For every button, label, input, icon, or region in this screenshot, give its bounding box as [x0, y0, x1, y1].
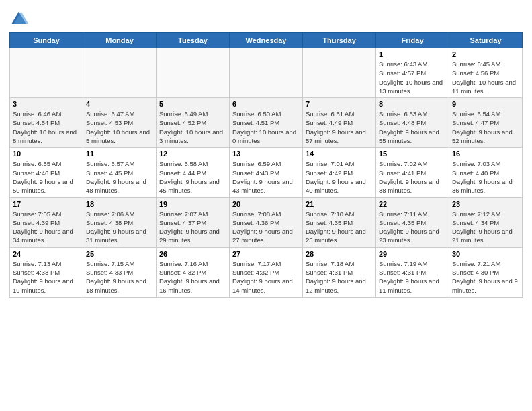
week-row-1: 1Sunrise: 6:43 AM Sunset: 4:57 PM Daylig…: [10, 48, 523, 98]
day-info: Sunrise: 7:07 AM Sunset: 4:37 PM Dayligh…: [159, 210, 226, 245]
week-row-3: 10Sunrise: 6:55 AM Sunset: 4:46 PM Dayli…: [10, 148, 523, 197]
day-cell: [10, 48, 83, 98]
day-cell: 30Sunrise: 7:21 AM Sunset: 4:30 PM Dayli…: [449, 247, 523, 297]
day-cell: 19Sunrise: 7:07 AM Sunset: 4:37 PM Dayli…: [157, 197, 230, 247]
day-number: 29: [379, 250, 446, 258]
header-saturday: Saturday: [449, 33, 523, 48]
day-cell: 10Sunrise: 6:55 AM Sunset: 4:46 PM Dayli…: [10, 148, 83, 197]
day-info: Sunrise: 6:49 AM Sunset: 4:52 PM Dayligh…: [159, 109, 226, 145]
logo: [9, 9, 31, 28]
page-container: SundayMondayTuesdayWednesdayThursdayFrid…: [0, 0, 532, 304]
page-header: [9, 7, 523, 28]
day-number: 17: [13, 200, 80, 208]
day-info: Sunrise: 6:59 AM Sunset: 4:43 PM Dayligh…: [232, 159, 300, 195]
header-friday: Friday: [376, 33, 449, 48]
day-cell: 20Sunrise: 7:08 AM Sunset: 4:36 PM Dayli…: [230, 197, 303, 247]
day-number: 9: [452, 100, 519, 108]
day-number: 25: [86, 250, 153, 258]
day-info: Sunrise: 7:15 AM Sunset: 4:33 PM Dayligh…: [86, 259, 153, 295]
day-cell: 24Sunrise: 7:13 AM Sunset: 4:33 PM Dayli…: [10, 247, 83, 297]
day-cell: [157, 48, 230, 98]
day-cell: 1Sunrise: 6:43 AM Sunset: 4:57 PM Daylig…: [376, 48, 449, 98]
header-tuesday: Tuesday: [157, 33, 230, 48]
day-number: 14: [306, 150, 373, 158]
day-info: Sunrise: 7:08 AM Sunset: 4:36 PM Dayligh…: [232, 210, 300, 245]
day-number: 10: [13, 150, 80, 158]
day-info: Sunrise: 7:02 AM Sunset: 4:41 PM Dayligh…: [379, 159, 446, 195]
week-row-2: 3Sunrise: 6:46 AM Sunset: 4:54 PM Daylig…: [10, 98, 523, 148]
day-cell: 13Sunrise: 6:59 AM Sunset: 4:43 PM Dayli…: [230, 148, 303, 197]
day-info: Sunrise: 6:45 AM Sunset: 4:56 PM Dayligh…: [452, 60, 519, 95]
calendar-header-row: SundayMondayTuesdayWednesdayThursdayFrid…: [10, 33, 523, 48]
day-number: 24: [13, 250, 80, 258]
day-info: Sunrise: 6:43 AM Sunset: 4:57 PM Dayligh…: [379, 60, 446, 95]
day-number: 15: [379, 150, 446, 158]
day-cell: 17Sunrise: 7:05 AM Sunset: 4:39 PM Dayli…: [10, 197, 83, 247]
logo-icon: [9, 9, 28, 28]
day-info: Sunrise: 6:54 AM Sunset: 4:47 PM Dayligh…: [452, 109, 519, 145]
day-info: Sunrise: 6:57 AM Sunset: 4:45 PM Dayligh…: [86, 159, 153, 195]
day-cell: 15Sunrise: 7:02 AM Sunset: 4:41 PM Dayli…: [376, 148, 449, 197]
day-cell: 14Sunrise: 7:01 AM Sunset: 4:42 PM Dayli…: [303, 148, 376, 197]
day-number: 30: [452, 250, 519, 258]
day-cell: 18Sunrise: 7:06 AM Sunset: 4:38 PM Dayli…: [83, 197, 157, 247]
day-info: Sunrise: 6:51 AM Sunset: 4:49 PM Dayligh…: [306, 109, 373, 145]
day-info: Sunrise: 6:58 AM Sunset: 4:44 PM Dayligh…: [159, 159, 226, 195]
day-info: Sunrise: 7:12 AM Sunset: 4:34 PM Dayligh…: [452, 210, 519, 245]
day-number: 21: [306, 200, 373, 208]
day-info: Sunrise: 7:05 AM Sunset: 4:39 PM Dayligh…: [13, 210, 80, 245]
header-monday: Monday: [83, 33, 157, 48]
day-info: Sunrise: 7:17 AM Sunset: 4:32 PM Dayligh…: [232, 259, 300, 295]
day-info: Sunrise: 6:55 AM Sunset: 4:46 PM Dayligh…: [13, 159, 80, 195]
day-number: 12: [159, 150, 226, 158]
day-info: Sunrise: 7:16 AM Sunset: 4:32 PM Dayligh…: [159, 259, 226, 295]
day-number: 2: [452, 50, 519, 58]
day-number: 7: [306, 100, 373, 108]
day-info: Sunrise: 7:18 AM Sunset: 4:31 PM Dayligh…: [306, 259, 373, 295]
day-cell: 22Sunrise: 7:11 AM Sunset: 4:35 PM Dayli…: [376, 197, 449, 247]
day-cell: 7Sunrise: 6:51 AM Sunset: 4:49 PM Daylig…: [303, 98, 376, 148]
day-cell: [83, 48, 157, 98]
day-cell: 25Sunrise: 7:15 AM Sunset: 4:33 PM Dayli…: [83, 247, 157, 297]
day-cell: 12Sunrise: 6:58 AM Sunset: 4:44 PM Dayli…: [157, 148, 230, 197]
day-cell: 28Sunrise: 7:18 AM Sunset: 4:31 PM Dayli…: [303, 247, 376, 297]
calendar-table: SundayMondayTuesdayWednesdayThursdayFrid…: [9, 32, 523, 298]
day-cell: 29Sunrise: 7:19 AM Sunset: 4:31 PM Dayli…: [376, 247, 449, 297]
week-row-5: 24Sunrise: 7:13 AM Sunset: 4:33 PM Dayli…: [10, 247, 523, 297]
day-cell: [303, 48, 376, 98]
day-info: Sunrise: 7:10 AM Sunset: 4:35 PM Dayligh…: [306, 210, 373, 245]
day-cell: 6Sunrise: 6:50 AM Sunset: 4:51 PM Daylig…: [230, 98, 303, 148]
day-number: 23: [452, 200, 519, 208]
day-info: Sunrise: 7:19 AM Sunset: 4:31 PM Dayligh…: [379, 259, 446, 295]
header-wednesday: Wednesday: [230, 33, 303, 48]
header-sunday: Sunday: [10, 33, 83, 48]
day-cell: 27Sunrise: 7:17 AM Sunset: 4:32 PM Dayli…: [230, 247, 303, 297]
day-number: 6: [232, 100, 300, 108]
day-number: 13: [232, 150, 300, 158]
day-number: 22: [379, 200, 446, 208]
day-number: 27: [232, 250, 300, 258]
header-thursday: Thursday: [303, 33, 376, 48]
day-cell: 5Sunrise: 6:49 AM Sunset: 4:52 PM Daylig…: [157, 98, 230, 148]
day-info: Sunrise: 7:13 AM Sunset: 4:33 PM Dayligh…: [13, 259, 80, 295]
day-number: 8: [379, 100, 446, 108]
day-info: Sunrise: 7:03 AM Sunset: 4:40 PM Dayligh…: [452, 159, 519, 195]
day-number: 18: [86, 200, 153, 208]
day-number: 16: [452, 150, 519, 158]
day-cell: 23Sunrise: 7:12 AM Sunset: 4:34 PM Dayli…: [449, 197, 523, 247]
day-info: Sunrise: 7:01 AM Sunset: 4:42 PM Dayligh…: [306, 159, 373, 195]
day-number: 28: [306, 250, 373, 258]
day-info: Sunrise: 6:50 AM Sunset: 4:51 PM Dayligh…: [232, 109, 300, 145]
day-number: 20: [232, 200, 300, 208]
day-number: 1: [379, 50, 446, 58]
day-info: Sunrise: 7:06 AM Sunset: 4:38 PM Dayligh…: [86, 210, 153, 245]
day-cell: 9Sunrise: 6:54 AM Sunset: 4:47 PM Daylig…: [449, 98, 523, 148]
day-info: Sunrise: 6:47 AM Sunset: 4:53 PM Dayligh…: [86, 109, 153, 145]
day-cell: 3Sunrise: 6:46 AM Sunset: 4:54 PM Daylig…: [10, 98, 83, 148]
day-info: Sunrise: 6:46 AM Sunset: 4:54 PM Dayligh…: [13, 109, 80, 145]
day-info: Sunrise: 6:53 AM Sunset: 4:48 PM Dayligh…: [379, 109, 446, 145]
day-info: Sunrise: 7:11 AM Sunset: 4:35 PM Dayligh…: [379, 210, 446, 245]
day-number: 26: [159, 250, 226, 258]
day-cell: 4Sunrise: 6:47 AM Sunset: 4:53 PM Daylig…: [83, 98, 157, 148]
day-cell: [230, 48, 303, 98]
